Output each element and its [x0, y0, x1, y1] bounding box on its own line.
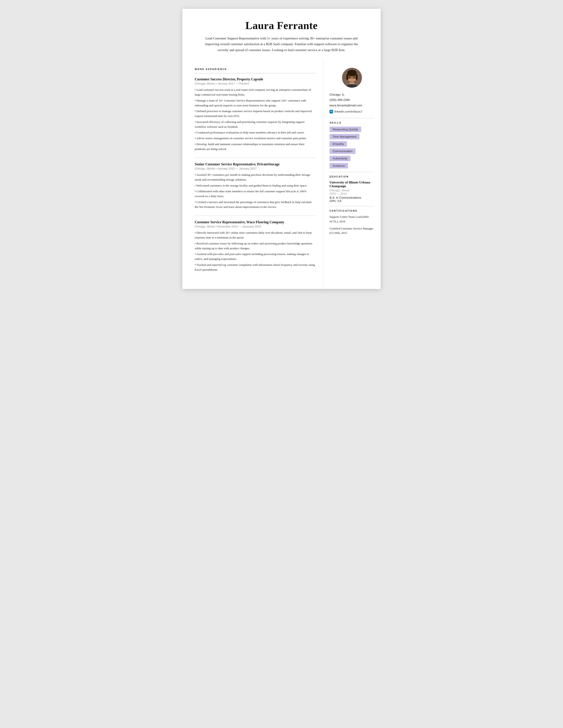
bullet-1-7: • Develop, build and maintain customer r… [195, 142, 315, 152]
skill-4: Communication [330, 148, 356, 154]
bullet-1-6: • Advise senior management on customer s… [195, 136, 315, 141]
skill-1: Responding Quickly [330, 127, 361, 132]
bullet-2-2: • Welcomed customers in the storage faci… [195, 183, 315, 188]
contact-info: Chicago, IL (555) 389-2390 laura.ferrant… [330, 92, 374, 114]
avatar-wrap [330, 68, 374, 88]
avatar [342, 68, 362, 88]
bullet-3-1: • Directly interacted with 20+ online st… [195, 230, 315, 240]
cert-1: Support Center Team Lead (HID SCTL), 201… [330, 215, 374, 224]
sidebar-column: Chicago, IL (555) 389-2390 laura.ferrant… [323, 60, 381, 248]
job-block-1: Customer Success Director, Property Caps… [195, 77, 315, 152]
edu-school: University of Illinois Urbana-Champaign [330, 181, 374, 188]
certifications-label: CERTIFICATIONS [330, 209, 374, 212]
svg-point-11 [349, 77, 350, 78]
cert-2: Certified Customer Service Manager (CCSM… [330, 226, 374, 235]
contact-phone: (555) 389-2390 [330, 97, 374, 103]
skills-list: Responding Quickly Time Management Empat… [330, 127, 374, 168]
job-bullets-1: • Lead customer success team at a real e… [195, 87, 315, 152]
education-label: EDUCATION [330, 175, 374, 178]
sidebar-divider-3 [330, 206, 374, 206]
bullet-2-1: • Assisted 30+ customers per month in ma… [195, 172, 315, 182]
job-block-2: Senior Customer Service Representative, … [195, 162, 315, 209]
linkedin-row: in linkedin.com/in/laura.f [330, 109, 374, 114]
bullet-3-2: • Resolved customer issues by following … [195, 241, 315, 251]
edu-years: 2010 — 2014 [330, 192, 374, 195]
bullet-1-3: • Defined processes to manage customer s… [195, 109, 315, 119]
edu-gpa: GPA: 3.6 [330, 199, 374, 203]
job-title-1: Customer Success Director, Property Caps… [195, 77, 315, 81]
job-bullets-3: • Directly interacted with 20+ online st… [195, 230, 315, 272]
edu-degree: B.S. in Communications [330, 196, 374, 199]
job-title-3: Customer Service Representative, Waco Fl… [195, 220, 315, 224]
skills-label: SKILLS [330, 121, 374, 124]
svg-point-12 [353, 77, 355, 78]
resume-paper: Laura Ferrante Lead Customer Support Rep… [182, 9, 381, 289]
contact-email: laura.ferrante@mail.com [330, 103, 374, 108]
edu-location: Chicago, Illinois [330, 189, 374, 192]
skill-5: Authenticity [330, 156, 350, 161]
candidate-summary: Lead Customer Support Representative wit… [202, 35, 361, 53]
svg-point-13 [351, 79, 353, 80]
resume-header: Laura Ferrante Lead Customer Support Rep… [182, 9, 381, 60]
sidebar-divider-1 [330, 118, 374, 118]
bullet-1-5: • Conducted performance evaluations to h… [195, 130, 315, 135]
work-experience-divider [195, 73, 315, 73]
bullet-1-2: • Manage a team of 10+ Customer Service … [195, 98, 315, 108]
resume-body: WORK EXPERIENCE Customer Success Directo… [182, 60, 381, 289]
bullet-2-4: • Created e-surveys and increased the pe… [195, 200, 315, 210]
main-column: WORK EXPERIENCE Customer Success Directo… [182, 60, 323, 289]
job-bullets-2: • Assisted 30+ customers per month in ma… [195, 172, 315, 209]
bullet-2-3: • Collaborated with other team members t… [195, 189, 315, 199]
job-meta-1: Chicago, Illinois • January 2017 — Prese… [195, 82, 315, 85]
skill-2: Time Management [330, 134, 359, 139]
skill-3: Empathy [330, 141, 347, 147]
svg-point-5 [347, 72, 357, 76]
bullet-1-4: • Increased efficiency of collecting and… [195, 120, 315, 129]
bullet-3-4: • Tracked and reported top customer comp… [195, 262, 315, 272]
svg-point-6 [346, 74, 348, 80]
sidebar-divider-2 [330, 172, 374, 172]
job-divider-1 [195, 158, 315, 158]
job-meta-3: Chicago, Illinois • November 2014 — Jaun… [195, 225, 315, 228]
avatar-svg [342, 68, 362, 88]
contact-city: Chicago, IL [330, 92, 374, 97]
work-experience-label: WORK EXPERIENCE [195, 68, 315, 70]
candidate-name: Laura Ferrante [200, 19, 363, 31]
job-meta-2: Chicago, Illinois • January 2015 — Janua… [195, 167, 315, 170]
bullet-3-3: • Assisted with pre-sales and post-sales… [195, 252, 315, 262]
job-title-2: Senior Customer Service Representative, … [195, 162, 315, 166]
linkedin-handle: linkedin.com/in/laura.f [334, 109, 362, 114]
bullet-1-1: • Lead customer success team at a real e… [195, 87, 315, 97]
job-block-3: Customer Service Representative, Waco Fl… [195, 220, 315, 272]
linkedin-icon: in [330, 110, 333, 113]
skill-6: Guidance [330, 163, 348, 168]
